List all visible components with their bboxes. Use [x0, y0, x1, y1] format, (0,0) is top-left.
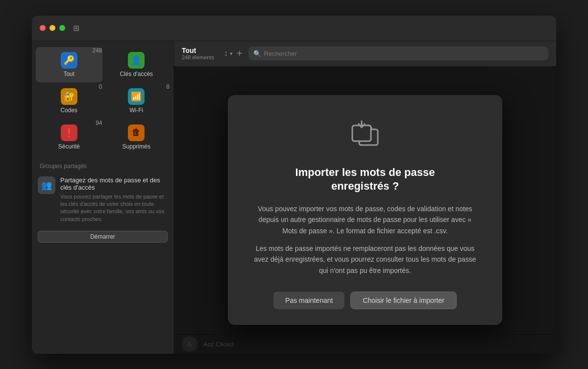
wifi-badge: 8: [166, 83, 170, 90]
securite-icon: ❗: [61, 124, 77, 141]
search-bar[interactable]: 🔍 Rechercher: [248, 47, 548, 60]
demarrer-button[interactable]: Démarrer: [38, 231, 168, 243]
modal-overlay: Importer les mots de passeenregistrés ? …: [174, 67, 556, 354]
main-panel: Tout 248 éléments ↕ ▾ + 🔍 Rechercher: [174, 41, 556, 354]
sort-icon: ↕: [224, 49, 228, 58]
app-window: ⊞ 🔑 248 Tout 👤 Clés d'accès 🔐: [32, 16, 556, 354]
titlebar: ⊞: [32, 16, 556, 41]
shared-group-icon: 👥: [38, 176, 55, 194]
maximize-button[interactable]: [59, 25, 65, 31]
panel-title: Tout: [182, 47, 214, 54]
panel-subtitle: 248 éléments: [182, 54, 214, 60]
search-placeholder: Rechercher: [264, 50, 297, 57]
panel-content: 🗝 élément sélectionné passe sont enregis…: [174, 67, 556, 354]
cles-label: Clés d'accès: [120, 71, 153, 77]
modal-icon-area: [345, 115, 385, 156]
sidebar-item-cles[interactable]: 👤 Clés d'accès: [103, 47, 170, 82]
sidebar-toggle-button[interactable]: ⊞: [73, 24, 79, 33]
section-title: Groupes partagés: [32, 157, 173, 172]
supprimes-icon: 🗑: [128, 124, 145, 141]
wifi-label: Wi-Fi: [129, 107, 143, 114]
sidebar-item-wifi[interactable]: 📶 8 Wi-Fi: [103, 83, 170, 119]
securite-badge: 94: [96, 120, 102, 126]
panel-header: Tout 248 éléments ↕ ▾ + 🔍 Rechercher: [174, 41, 556, 67]
sidebar-item-codes[interactable]: 🔐 0 Codes: [36, 83, 102, 119]
wifi-icon: 📶: [128, 88, 145, 105]
content-area: 🔑 248 Tout 👤 Clés d'accès 🔐 0 Codes: [32, 41, 556, 354]
import-icon: [345, 115, 385, 154]
import-modal: Importer les mots de passeenregistrés ? …: [228, 95, 502, 325]
codes-label: Codes: [60, 107, 77, 114]
modal-title: Importer les mots de passeenregistrés ?: [295, 166, 435, 194]
tout-label: Tout: [63, 71, 74, 77]
supprimes-label: Supprimés: [122, 143, 150, 150]
codes-icon: 🔐: [61, 88, 77, 105]
close-button[interactable]: [40, 25, 46, 31]
sidebar: 🔑 248 Tout 👤 Clés d'accès 🔐 0 Codes: [32, 41, 174, 354]
panel-actions: ↕ ▾ +: [224, 48, 243, 59]
sidebar-grid: 🔑 248 Tout 👤 Clés d'accès 🔐 0 Codes: [32, 45, 173, 157]
modal-body-2: Les mots de passe importés ne remplacero…: [251, 243, 479, 276]
sort-chevron-icon: ▾: [230, 50, 233, 57]
securite-label: Sécurité: [58, 143, 80, 150]
search-icon: 🔍: [253, 50, 261, 57]
add-button[interactable]: +: [237, 48, 243, 59]
shared-title: Partagez des mots de passe et des clés d…: [60, 176, 168, 191]
shared-desc: Vous pouvez partager les mots de passe e…: [60, 193, 168, 223]
cancel-button[interactable]: Pas maintenant: [273, 292, 344, 309]
sidebar-item-supprimes[interactable]: 🗑 Supprimés: [103, 120, 170, 155]
sidebar-item-securite[interactable]: ❗ 94 Sécurité: [36, 120, 102, 155]
sidebar-item-tout[interactable]: 🔑 248 Tout: [36, 47, 102, 82]
modal-actions: Pas maintenant Choisir le fichier à impo…: [251, 292, 479, 309]
confirm-button[interactable]: Choisir le fichier à importer: [350, 292, 457, 309]
panel-title-area: Tout 248 éléments: [182, 47, 214, 60]
tout-icon: 🔑: [61, 52, 77, 69]
shared-group: 👥 Partagez des mots de passe et des clés…: [32, 172, 173, 227]
tout-badge: 248: [92, 47, 102, 54]
traffic-lights: [40, 25, 65, 31]
sort-button[interactable]: ↕ ▾: [224, 49, 233, 58]
shared-text: Partagez des mots de passe et des clés d…: [60, 176, 168, 223]
cles-icon: 👤: [128, 52, 145, 69]
codes-badge: 0: [99, 83, 102, 90]
minimize-button[interactable]: [49, 25, 55, 31]
modal-body-1: Vous pouvez importer vos mots de passe, …: [251, 203, 479, 236]
